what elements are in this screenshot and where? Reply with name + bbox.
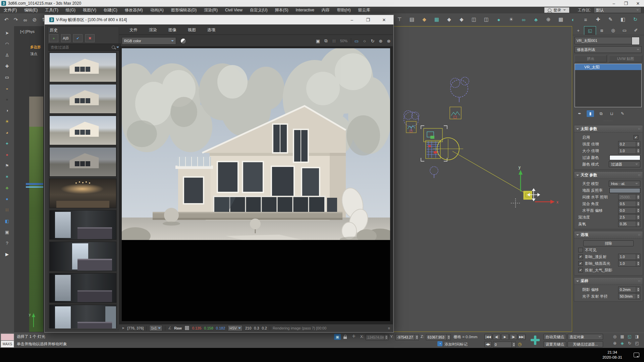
stack-tool-icon[interactable]: ⊔	[608, 110, 615, 117]
toolbar-icon[interactable]: ♣	[532, 15, 540, 24]
stamp-icon[interactable]: ≡	[388, 326, 390, 330]
menu-item[interactable]: 帮助(H)	[333, 7, 355, 13]
vfb-menu-item[interactable]: 文件	[124, 26, 143, 34]
menu-item[interactable]: Civil View	[221, 7, 246, 13]
toolbar-icon[interactable]: ▤	[408, 15, 416, 24]
object-name-input[interactable]	[575, 37, 632, 44]
toolbar-icon[interactable]: ✎	[606, 15, 615, 24]
menu-item[interactable]: 视图(V)	[79, 7, 100, 13]
toolbar-icon[interactable]: ↶	[2, 15, 11, 24]
vfb-menu-item[interactable]: 选项	[202, 26, 221, 34]
side-toolbar-icon[interactable]: ▶	[3, 250, 11, 258]
history-thumbnail[interactable]	[49, 116, 116, 145]
vfb-menu-item[interactable]: 图像	[163, 26, 182, 34]
rollout-header[interactable]: 选项∷	[574, 231, 643, 239]
vfb-menu-item[interactable]: 视图	[182, 26, 202, 34]
vfb-maximize-button[interactable]: ❐	[362, 17, 374, 22]
toolbar-icon[interactable]: ◆	[457, 15, 466, 24]
command-panel-tab[interactable]: ◎	[607, 26, 619, 35]
vfb-tool-icon[interactable]: ▭	[353, 37, 361, 45]
nav-icon[interactable]: ▦	[619, 334, 626, 340]
menu-item[interactable]: Interactive	[292, 7, 318, 13]
spinner[interactable]: 1.0	[618, 260, 640, 266]
side-toolbar-icon[interactable]: ◠	[3, 40, 11, 48]
playback-button[interactable]: ▶	[501, 334, 509, 340]
nav-icon[interactable]: ◰	[633, 340, 641, 346]
menu-item[interactable]: 图形编辑器(D)	[167, 7, 201, 13]
taskbar-clock[interactable]: 21:34 2020-08-31	[602, 350, 622, 360]
menu-item[interactable]: 内容	[318, 7, 333, 13]
side-toolbar-icon[interactable]: ∷	[3, 206, 11, 214]
vfb-tool-icon[interactable]: ⧉	[322, 37, 330, 45]
sky-model-select[interactable]: Hos···al.	[609, 181, 640, 187]
toolbar-icon[interactable]: ⊘	[30, 15, 39, 24]
history-thumbnail[interactable]	[49, 84, 116, 114]
menu-item[interactable]: 渲染(R)	[200, 7, 221, 13]
stack-item-vray-sun[interactable]: VR_太阳	[575, 64, 641, 70]
add-time-tag[interactable]: 添加时间标记	[444, 342, 468, 347]
history-thumbnail[interactable]	[49, 210, 116, 240]
frame-number-field[interactable]: 0	[493, 342, 516, 348]
toolbar-icon[interactable]: ↷	[11, 15, 20, 24]
vfb-tool-icon[interactable]: ⊗	[385, 37, 393, 45]
history-tool-icon[interactable]: ✔	[73, 34, 83, 42]
z-coord-field[interactable]: 61067.953	[426, 334, 451, 340]
history-tool-icon[interactable]: ✖	[85, 34, 95, 42]
toolbar-icon[interactable]: ☀	[507, 15, 516, 24]
taskbar[interactable]: 21:34 2020-08-31	[0, 348, 644, 362]
spinner[interactable]: 2.5	[618, 214, 640, 220]
vfb-tool-icon[interactable]: ∷	[330, 37, 338, 45]
lock-selection-icon[interactable]	[343, 336, 347, 340]
checkbox-checked-icon[interactable]: ✔	[578, 254, 583, 259]
side-toolbar-icon[interactable]: ♙	[3, 51, 11, 59]
side-toolbar-icon[interactable]: ●	[3, 95, 11, 103]
menu-item[interactable]: 修改器(M)	[121, 7, 147, 13]
modifier-stack[interactable]: VR_太阳	[575, 64, 642, 107]
command-panel-tab[interactable]: ◱	[584, 26, 596, 35]
toolbar-icon[interactable]: ◫	[470, 15, 478, 24]
menu-item[interactable]: 留云库	[355, 7, 374, 13]
side-toolbar-icon[interactable]: ✚	[3, 62, 11, 70]
workspace-select[interactable]: 默认	[594, 7, 641, 13]
vfb-menu-item[interactable]: 渲染	[143, 26, 163, 34]
side-toolbar-icon[interactable]: ⚑	[3, 162, 11, 170]
command-panel-tab[interactable]: ✐	[630, 26, 642, 35]
playback-button[interactable]: |▶	[509, 334, 517, 340]
close-button[interactable]: ✕	[632, 1, 644, 6]
filter-color-swatch[interactable]	[609, 155, 640, 160]
render-image[interactable]	[122, 48, 390, 321]
history-thumbnail[interactable]	[49, 179, 116, 208]
auto-key-button[interactable]: 自动关键点	[543, 334, 566, 340]
selection-set-select[interactable]: 选定对象	[568, 334, 603, 340]
toolbar-icon[interactable]: ▦	[556, 15, 565, 24]
history-thumbnail[interactable]	[49, 242, 116, 271]
command-panel-tab[interactable]: ⧈	[596, 26, 607, 35]
vfb-tool-icon[interactable]: ↻	[369, 37, 377, 45]
spinner[interactable]: 0.0	[618, 207, 640, 214]
spinner[interactable]: 1.0	[618, 254, 640, 260]
history-thumbnail[interactable]	[49, 305, 116, 328]
rollout-header[interactable]: 天空 参数∷	[574, 172, 643, 179]
minimize-button[interactable]: –	[608, 1, 620, 6]
spinner[interactable]: 0.5	[618, 201, 640, 207]
exclude-button[interactable]: 排除	[583, 240, 634, 246]
menu-item[interactable]: 脚本(S)	[271, 7, 292, 13]
set-key-button[interactable]: 设置关键点	[543, 341, 566, 347]
modifier-list-select[interactable]: 修改器列表	[575, 46, 642, 53]
time-configuration-icon[interactable]: ◷	[518, 342, 522, 347]
nav-icon[interactable]: ◱	[626, 334, 633, 340]
stack-tool-icon[interactable]: ▮	[587, 110, 594, 117]
vfb-tool-icon[interactable]: ▣	[314, 37, 322, 45]
side-toolbar-icon[interactable]: ◧	[3, 217, 11, 225]
playback-button[interactable]: ◀|	[493, 334, 500, 340]
vfb-close-button[interactable]: ✕	[378, 17, 390, 22]
menu-item[interactable]: 自定义(U)	[246, 7, 271, 13]
isolate-selection-icon[interactable]: ▣	[334, 334, 341, 340]
stack-tool-icon[interactable]: ✒	[576, 110, 583, 117]
sphere-preview-icon[interactable]	[181, 39, 186, 44]
toolbar-icon[interactable]: ⊤	[395, 15, 404, 24]
key-filters-button[interactable]: 关键点过滤器...	[568, 341, 603, 347]
uvw-map-button[interactable]: UVW 贴图	[609, 55, 642, 62]
toolbar-icon[interactable]: ∞	[519, 15, 528, 24]
chevron-down-icon[interactable]	[116, 47, 119, 49]
